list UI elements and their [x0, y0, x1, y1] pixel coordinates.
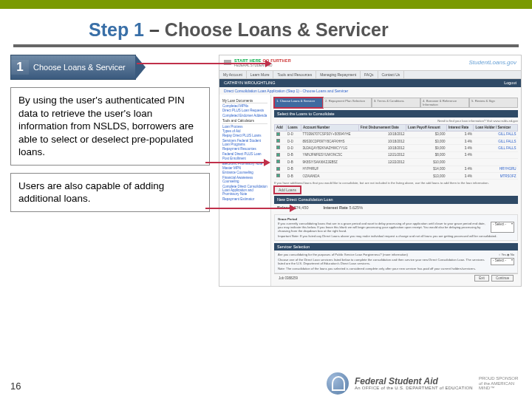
- green-top-bar: [0, 0, 532, 9]
- col-loans: Loans: [286, 125, 301, 131]
- rate-value: 5.625%: [349, 205, 363, 210]
- nav-item[interactable]: My Account: [219, 71, 247, 78]
- fsa-sponsor: PROUD SPONSOR of the AMERICAN MIND™: [479, 376, 519, 391]
- panel-title-new-loan: New Direct Consolidation Loan: [274, 196, 518, 204]
- sidebar-group: Tools and Calculators: [222, 119, 267, 123]
- loan-checkbox[interactable]: [276, 139, 280, 143]
- stepper-step-active[interactable]: 1. Choose Loans & Servicer: [274, 98, 323, 108]
- loan-checkbox[interactable]: [276, 167, 280, 171]
- step-label: Choose Loans & Servicer: [29, 63, 126, 72]
- sidebar-item[interactable]: Completed Endorser Addenda: [222, 114, 267, 117]
- table-row: D-D89S30CDP097Y8CAFKHHS10/18/2012$3,0003…: [275, 138, 518, 145]
- rate-label: Interest Rate: [324, 205, 348, 210]
- arrow-to-stepper: [137, 63, 266, 64]
- title-rest: Choose Loans & Servicer: [165, 19, 389, 40]
- exit-button[interactable]: Exit: [474, 275, 489, 282]
- stepper-step[interactable]: 2. Repayment Plan Selection: [323, 98, 372, 108]
- col-acct: Account Number: [301, 125, 359, 131]
- sidebar-item[interactable]: Completed MPNs: [222, 104, 267, 108]
- callout-add-loans: Users are also capable of adding additio…: [10, 173, 210, 212]
- col-add: Add: [275, 125, 287, 131]
- sidebar-item[interactable]: Servicers Federal Student Loan Programs: [222, 139, 267, 147]
- panel-title-select-loans: Select the Loans to Consolidate: [274, 110, 518, 118]
- table-row: D-D3U3AQAYB2KNAZHWCYY1G10/18/2012$9,0003…: [275, 145, 518, 151]
- grace-note: Important Note: If you listed any Direct…: [278, 234, 514, 238]
- sidebar-item[interactable]: Types of Aid: [222, 129, 267, 133]
- grace-period-panel: Grace Period If you currently consolidat…: [274, 214, 518, 241]
- loan-checkbox[interactable]: [276, 160, 280, 163]
- radio-no[interactable]: ◉ No: [507, 253, 514, 256]
- radio-yes[interactable]: ○ Yes: [499, 253, 506, 256]
- loan-checkbox[interactable]: [276, 132, 280, 136]
- stepper-step[interactable]: 3. Terms & Conditions: [372, 98, 420, 108]
- new-loan-summary: Balance $74,450 Interest Rate 5.625%: [274, 204, 518, 212]
- app-footer: Job 0388259 Exit Continue: [274, 273, 518, 282]
- user-bar: CATHRYN WROUGHTLING Logout: [219, 79, 521, 87]
- grace-select[interactable]: - Select -: [491, 222, 514, 233]
- sidebar-item[interactable]: Federal Direct PLUS Loan: [222, 152, 267, 156]
- app-nav: My Account Learn More Tools and Resource…: [219, 71, 521, 79]
- sidebar-item[interactable]: Complete Direct Consolidation Loan Appli…: [222, 185, 267, 197]
- servicer-body: Choose one of the Direct Loan servicers …: [278, 258, 486, 265]
- arrow-to-add-button: [205, 208, 290, 209]
- step-pill: 1 Choose Loans & Servicer: [10, 55, 136, 80]
- title-step: Step 1: [89, 19, 144, 40]
- nav-item[interactable]: Learn More: [247, 71, 274, 78]
- table-row: D-BHYPHRUF$14,0003.4%HRYHGRU: [275, 166, 518, 172]
- grace-body: If you currently consolidating loans tha…: [278, 222, 486, 233]
- loan-checkbox[interactable]: [276, 174, 280, 177]
- wizard-stepper: 1. Choose Loans & Servicer 2. Repayment …: [274, 98, 518, 108]
- stepper-step[interactable]: 5. Review & Sign: [469, 98, 518, 108]
- nav-item[interactable]: Managing Repayment: [316, 71, 361, 78]
- table-row: D-DTT0396707CSFS0Y+50594YHE10/18/2012$3,…: [275, 131, 518, 137]
- breadcrumb: Direct Consolidation Loan Application (S…: [219, 87, 521, 95]
- title-sep: –: [144, 19, 165, 40]
- user-name: CATHRYN WROUGHTLING: [224, 81, 275, 86]
- callout-pin: By using the user's authenticated PIN da…: [10, 87, 210, 166]
- add-loans-button[interactable]: Add Loans: [274, 186, 301, 194]
- sidebar-item[interactable]: Entrance Counseling: [222, 171, 267, 174]
- nav-item[interactable]: FAQs: [361, 71, 378, 78]
- nslds-hint: Need to find your loan information? Visi…: [274, 119, 518, 123]
- col-servicer: Loan Holder / Servicer: [474, 125, 518, 131]
- grace-title: Grace Period: [278, 217, 514, 221]
- continue-button[interactable]: Continue: [491, 275, 514, 282]
- nav-item[interactable]: Tools and Resources: [273, 71, 316, 78]
- fsa-mark-icon: [327, 372, 349, 395]
- servicer-select[interactable]: - Select -: [491, 258, 514, 265]
- stepper-step[interactable]: 4. Borrower & Reference Information: [420, 98, 469, 108]
- servicer-panel: Are you consolidating for the purposes o…: [274, 250, 518, 273]
- brand-right: StudentLoans.gov: [469, 59, 517, 66]
- table-row: D-BOZAIANDA$13,0003.4%MTRSOFZ: [275, 173, 518, 180]
- footer-logo: Federal Student Aid An OFFICE of the U.S…: [327, 372, 519, 395]
- page-number: 16: [10, 381, 21, 392]
- sidebar-item[interactable]: Repay Direct PLUS Loans: [222, 134, 267, 137]
- panel-title-servicer: Servicer Selection: [274, 243, 518, 251]
- logout-link[interactable]: Logout: [504, 81, 516, 86]
- servicer-note: Note: The consolidation of the loans you…: [278, 267, 514, 270]
- loan-checkbox[interactable]: [276, 146, 280, 149]
- arrow-to-add-loans: [205, 162, 265, 163]
- app-main: 1. Choose Loans & Servicer 2. Repayment …: [271, 95, 521, 286]
- table-row: D-BYMNJFMFESYUWONC5C12/21/2012$8,0003.4%: [275, 151, 518, 158]
- col-rate: Interest Rate: [447, 125, 474, 131]
- table-footnote: If you have additional loans that you wo…: [274, 181, 518, 185]
- sidebar-item[interactable]: Loan Process: [222, 125, 267, 129]
- sidebar-item[interactable]: Direct PLUS Loan Requests: [222, 109, 267, 112]
- col-payoff: Loan Payoff Amount: [406, 125, 447, 131]
- loan-checkbox[interactable]: [276, 153, 280, 157]
- title-row: Step 1 – Choose Loans & Servicer: [0, 9, 532, 43]
- page-title: Step 1 – Choose Loans & Servicer: [89, 19, 517, 41]
- step-number: 1: [11, 60, 29, 75]
- sidebar-item[interactable]: Repayment Estimator: [222, 197, 267, 201]
- sidebar-item[interactable]: Repayment Resources: [222, 147, 267, 151]
- sidebar-item[interactable]: Post Enrollment: [222, 157, 267, 160]
- fsa-name: Federal Student Aid: [355, 377, 473, 386]
- job-id: Job 0388259: [279, 276, 298, 280]
- nav-item[interactable]: Contact Us: [378, 71, 405, 78]
- sidebar-item[interactable]: Financial Awareness Counseling: [222, 176, 267, 184]
- sidebar-item[interactable]: Master MPN: [222, 166, 267, 170]
- fsa-sub: An OFFICE of the U.S. DEPARTMENT of EDUC…: [355, 386, 473, 390]
- sidebar-group: My Loan Documents: [222, 99, 267, 103]
- table-row: D-B9K8SIYSAKI6KZJEB5Z12/22/2012$10,000: [275, 159, 518, 166]
